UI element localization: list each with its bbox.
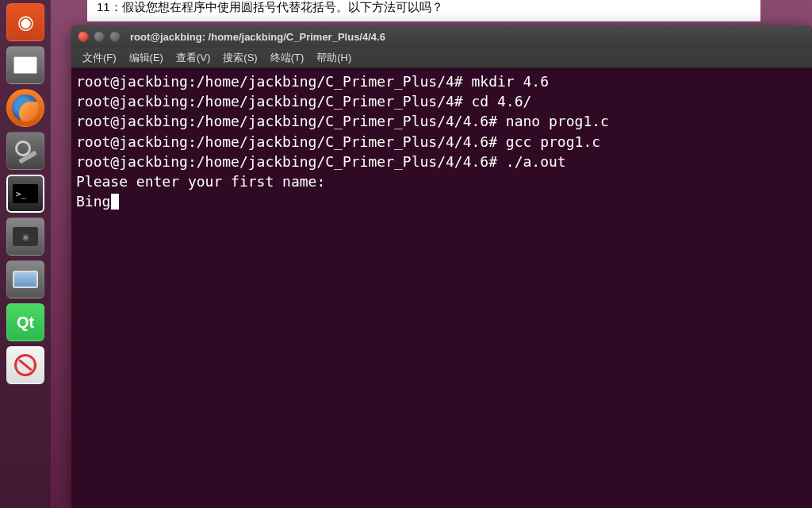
launcher-monitor[interactable] bbox=[6, 260, 44, 298]
terminal-body[interactable]: root@jackbing:/home/jackbing/C_Primer_Pl… bbox=[71, 68, 812, 508]
terminal-line: root@jackbing:/home/jackbing/C_Primer_Pl… bbox=[76, 152, 807, 171]
terminal-line: root@jackbing:/home/jackbing/C_Primer_Pl… bbox=[76, 111, 807, 131]
window-title: root@jackbing: /home/jackbing/C_Primer_P… bbox=[130, 31, 385, 43]
terminal-window: root@jackbing: /home/jackbing/C_Primer_P… bbox=[71, 25, 812, 508]
ubuntu-icon: ◉ bbox=[17, 11, 34, 33]
monitor-icon bbox=[13, 271, 38, 288]
window-minimize-button[interactable] bbox=[94, 31, 105, 42]
launcher-terminal[interactable] bbox=[6, 175, 44, 213]
window-close-button[interactable] bbox=[78, 31, 89, 42]
launcher-media[interactable] bbox=[6, 217, 44, 256]
launcher-settings[interactable] bbox=[6, 132, 44, 170]
qt-icon: Qt bbox=[17, 314, 34, 332]
menu-edit[interactable]: 编辑(E) bbox=[124, 49, 168, 67]
terminal-line: root@jackbing:/home/jackbing/C_Primer_Pl… bbox=[76, 71, 807, 91]
unity-launcher: ◉ Qt bbox=[0, 0, 51, 508]
window-maximize-button[interactable] bbox=[109, 31, 121, 42]
terminal-line: root@jackbing:/home/jackbing/C_Primer_Pl… bbox=[76, 91, 807, 111]
background-document-text: 11：假设您想在程序中使用圆括号代替花括号。以下方法可以吗？ bbox=[87, 0, 760, 21]
window-titlebar[interactable]: root@jackbing: /home/jackbing/C_Primer_P… bbox=[71, 25, 812, 48]
menu-search[interactable]: 搜索(S) bbox=[218, 49, 262, 67]
launcher-ubuntu[interactable]: ◉ bbox=[6, 3, 44, 41]
terminal-line: Please enter your first name: bbox=[76, 171, 807, 191]
files-icon bbox=[13, 56, 37, 74]
settings-icon bbox=[13, 139, 37, 163]
menu-view[interactable]: 查看(V) bbox=[171, 49, 215, 67]
terminal-icon bbox=[13, 184, 38, 203]
menu-file[interactable]: 文件(F) bbox=[78, 49, 121, 67]
pdf-icon bbox=[11, 351, 40, 379]
firefox-icon bbox=[12, 94, 39, 121]
terminal-line: root@jackbing:/home/jackbing/C_Primer_Pl… bbox=[76, 132, 807, 152]
terminal-menubar: 文件(F) 编辑(E) 查看(V) 搜索(S) 终端(T) 帮助(H) bbox=[71, 48, 812, 68]
launcher-files[interactable] bbox=[6, 46, 44, 84]
launcher-pdf[interactable] bbox=[6, 346, 44, 384]
terminal-input-line: Bing bbox=[76, 191, 807, 211]
menu-help[interactable]: 帮助(H) bbox=[312, 49, 356, 67]
media-icon bbox=[13, 227, 38, 246]
menu-terminal[interactable]: 终端(T) bbox=[266, 49, 309, 67]
launcher-qt[interactable]: Qt bbox=[6, 303, 44, 341]
terminal-cursor bbox=[111, 194, 119, 210]
launcher-firefox[interactable] bbox=[6, 89, 44, 127]
terminal-input-text: Bing bbox=[76, 193, 110, 210]
